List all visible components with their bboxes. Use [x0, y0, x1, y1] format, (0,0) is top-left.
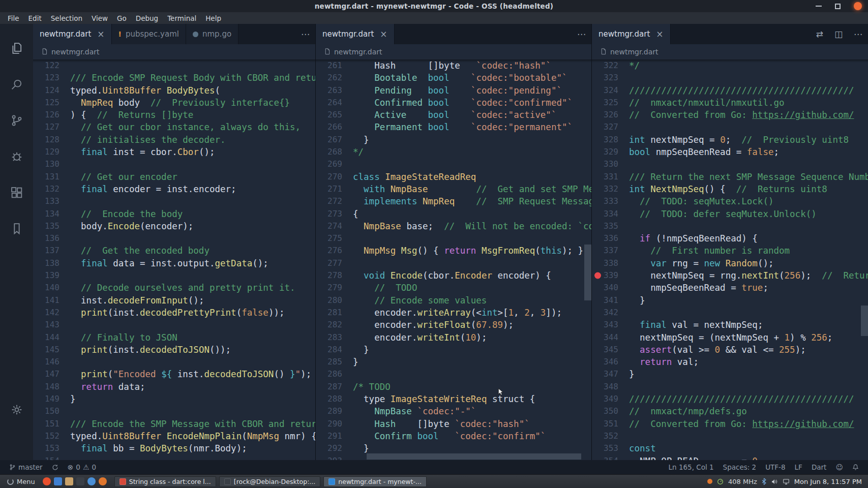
code-line[interactable]: 341 } [592, 294, 868, 307]
code-line[interactable]: 271 with NmpBase // Get and set SMP Mess… [316, 183, 591, 195]
code-line[interactable]: 261 Hash []byte `codec:"hash"` [316, 59, 591, 72]
line-number[interactable]: 275 [316, 232, 342, 245]
code-line[interactable]: 330 [592, 158, 868, 170]
line-number[interactable]: 330 [592, 158, 618, 170]
code-line[interactable]: 145 print(inst.decodedToJSON()); [33, 344, 315, 356]
taskbar-window-button[interactable]: newtmgr.dart - mynewt-... [323, 476, 427, 487]
line-number[interactable]: 347 [592, 368, 618, 380]
line-number[interactable]: 123 [33, 72, 59, 84]
code-line[interactable]: 132 final encoder = inst.encoder; [33, 183, 315, 195]
code-editor[interactable]: 261 Hash []byte `codec:"hash"`262 Bootab… [316, 59, 591, 460]
code-line[interactable]: 349/////////////////////////////////////… [592, 393, 868, 405]
line-number[interactable]: 272 [316, 195, 342, 207]
bookmarks-icon[interactable] [0, 210, 33, 247]
line-number[interactable]: 153 [33, 442, 59, 454]
line-number[interactable]: 283 [316, 331, 342, 344]
language-mode[interactable]: Dart [809, 463, 830, 471]
more-actions-icon[interactable]: ⋯ [572, 24, 591, 44]
code-line[interactable]: 127 // Get our cbor instance, always do … [33, 121, 315, 133]
update-notifier-icon[interactable] [707, 479, 712, 484]
line-number[interactable]: 336 [592, 232, 618, 245]
line-number[interactable]: 136 [33, 232, 59, 245]
code-line[interactable]: 138 final data = inst.output.getData(); [33, 257, 315, 269]
bluetooth-icon[interactable] [762, 478, 766, 485]
line-number[interactable]: 144 [33, 331, 59, 344]
explorer-icon[interactable] [0, 30, 33, 66]
line-number[interactable]: 352 [592, 430, 618, 442]
line-number[interactable]: 132 [33, 183, 59, 195]
code-line[interactable]: 268*/ [316, 146, 591, 158]
line-number[interactable]: 285 [316, 356, 342, 368]
line-number[interactable]: 289 [316, 405, 342, 417]
code-line[interactable]: 264 Confirmed bool `codec:"confirmed"` [316, 97, 591, 109]
line-number[interactable]: 137 [33, 245, 59, 257]
line-number[interactable]: 288 [316, 393, 342, 405]
code-line[interactable]: 269 [316, 158, 591, 170]
compare-actions-icon[interactable]: ⇄ [811, 24, 829, 44]
menu-selection[interactable]: Selection [46, 12, 87, 24]
line-number[interactable]: 293 [316, 455, 342, 461]
code-line[interactable]: 325// nmxact/nmxutil/nmxutil.go [592, 97, 868, 109]
code-line[interactable]: 288 type ImageStateWriteReq struct { [316, 393, 591, 405]
breadcrumb[interactable]: newtmgr.dart [316, 44, 591, 59]
line-number[interactable]: 345 [592, 344, 618, 356]
title-bar[interactable]: newtmgr.dart - mynewt-newtmgr - Code - O… [0, 0, 868, 12]
code-line[interactable]: 286 [316, 368, 591, 380]
vertical-scrollbar[interactable] [861, 306, 868, 336]
line-number[interactable]: 262 [316, 72, 342, 84]
tab-newtmgr.dart[interactable]: newtmgr.dart× [33, 24, 112, 44]
line-number[interactable]: 273 [316, 208, 342, 220]
breadcrumb[interactable]: newtmgr.dart [33, 44, 315, 59]
code-line[interactable]: 336 if (!nmpSeqBeenRead) { [592, 232, 868, 245]
line-number[interactable]: 128 [33, 134, 59, 146]
code-line[interactable]: 328int nextNmpSeq = 0; // Previously uin… [592, 134, 868, 146]
minimize-button[interactable] [816, 6, 822, 7]
code-line[interactable]: 140 // Decode ourselves and pretty print… [33, 282, 315, 294]
code-line[interactable]: 285} [316, 356, 591, 368]
cpu-frequency[interactable]: 408 MHz [728, 478, 757, 485]
code-line[interactable]: 131 // Get our encoder [33, 171, 315, 183]
encoding-setting[interactable]: UTF-8 [762, 463, 788, 471]
line-number[interactable]: 130 [33, 158, 59, 170]
line-number[interactable]: 141 [33, 294, 59, 307]
code-line[interactable]: 128 // initialises the decoder. [33, 134, 315, 146]
line-number[interactable]: 276 [316, 245, 342, 257]
files-icon[interactable] [54, 477, 62, 485]
code-line[interactable]: 129 final inst = cbor.Cbor(); [33, 146, 315, 158]
line-number[interactable]: 282 [316, 319, 342, 331]
code-line[interactable]: 348 [592, 381, 868, 393]
notifications-bell-icon[interactable] [849, 464, 862, 471]
code-line[interactable]: 323 [592, 72, 868, 84]
line-number[interactable]: 329 [592, 146, 618, 158]
line-number[interactable]: 337 [592, 245, 618, 257]
line-number[interactable]: 143 [33, 319, 59, 331]
line-number[interactable]: 338 [592, 257, 618, 269]
close-tab-icon[interactable]: × [380, 29, 387, 39]
line-number[interactable]: 350 [592, 405, 618, 417]
line-number[interactable]: 325 [592, 97, 618, 109]
code-line[interactable]: 266 Permanent bool `codec:"permanent"` [316, 121, 591, 133]
code-line[interactable]: 280 // Encode some values [316, 294, 591, 307]
line-number[interactable]: 343 [592, 319, 618, 331]
code-line[interactable]: 289 NmpBase `codec:"-"` [316, 405, 591, 417]
code-line[interactable]: 274 NmpBase base; // Will not be encoded… [316, 220, 591, 232]
line-number[interactable]: 331 [592, 171, 618, 183]
horizontal-scrollbar[interactable] [367, 453, 581, 460]
line-number[interactable]: 341 [592, 294, 618, 307]
folder-icon[interactable] [65, 477, 73, 485]
code-line[interactable]: 331/// Return the next SMP Message Seque… [592, 171, 868, 183]
line-number[interactable]: 152 [33, 430, 59, 442]
line-number[interactable]: 280 [316, 294, 342, 307]
line-number[interactable]: 335 [592, 220, 618, 232]
line-number[interactable]: 328 [592, 134, 618, 146]
split-actions-icon[interactable]: ◫ [829, 24, 848, 44]
code-line[interactable]: 353const [592, 442, 868, 454]
code-line[interactable]: 262 Bootable bool `codec:"bootable"` [316, 72, 591, 84]
code-line[interactable]: 124typed.Uint8Buffer BodyBytes( [33, 84, 315, 97]
line-number[interactable]: 354 [592, 455, 618, 461]
git-branch-indicator[interactable]: master [6, 463, 46, 471]
line-number[interactable]: 279 [316, 282, 342, 294]
line-number[interactable]: 291 [316, 430, 342, 442]
line-number[interactable]: 349 [592, 393, 618, 405]
code-line[interactable]: 122 [33, 59, 315, 72]
